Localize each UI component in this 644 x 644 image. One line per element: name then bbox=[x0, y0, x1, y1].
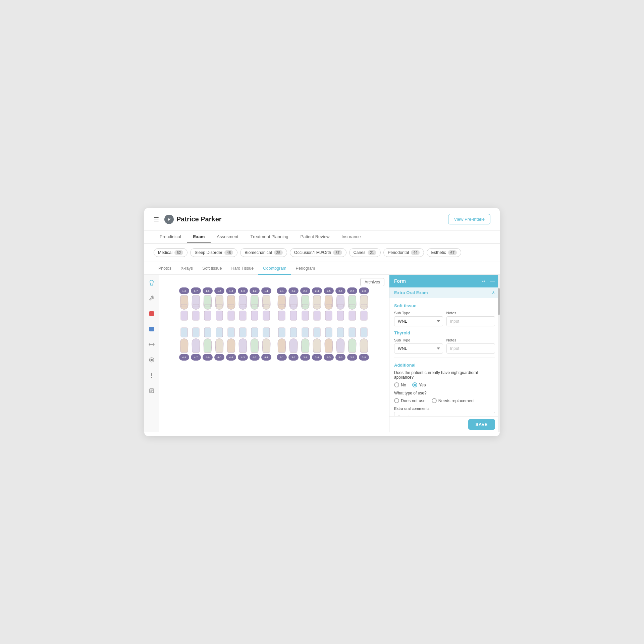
red-square-icon[interactable] bbox=[147, 309, 156, 318]
wrench-icon[interactable] bbox=[147, 293, 156, 303]
lower-tooth-img-3-4[interactable] bbox=[312, 338, 322, 353]
lower-tooth-img-4-7[interactable] bbox=[191, 338, 201, 353]
thyroid-subtype-select[interactable]: WNL bbox=[394, 343, 443, 354]
extra-oral-comments-textarea[interactable] bbox=[394, 412, 495, 416]
lower-tooth-img-3-3[interactable] bbox=[300, 338, 311, 353]
radio-does-not-use-circle bbox=[394, 398, 399, 403]
svg-rect-29 bbox=[239, 311, 246, 320]
svg-rect-14 bbox=[252, 304, 258, 307]
tooth-label-1-2: 1-2 bbox=[250, 287, 260, 294]
radio-no[interactable]: No bbox=[394, 382, 406, 387]
hamburger-icon[interactable]: ☰ bbox=[154, 216, 159, 223]
category-occlusion[interactable]: Occlusion/TMJ/Orth 87 bbox=[290, 248, 346, 257]
lower-tooth-img-4-1[interactable] bbox=[261, 338, 272, 353]
lower-tooth-img-4-4[interactable] bbox=[226, 338, 236, 353]
lower-tooth-img-3-1[interactable] bbox=[276, 338, 287, 353]
radio-does-not-use[interactable]: Does not use bbox=[394, 398, 426, 403]
pre-intake-button[interactable]: View Pre-Intake bbox=[448, 214, 490, 224]
upper-tooth-img-2-8[interactable] bbox=[359, 295, 369, 310]
lower-tooth-img-3-5[interactable] bbox=[323, 338, 334, 353]
upper-tooth-img-2-1[interactable] bbox=[276, 295, 287, 310]
tab-insurance[interactable]: Insurance bbox=[335, 231, 367, 243]
sub-tab-soft-tissue[interactable]: Soft tissue bbox=[198, 263, 226, 275]
tab-pre-clinical[interactable]: Pre-clinical bbox=[154, 231, 187, 243]
upper-tooth-img-1-5[interactable] bbox=[214, 295, 225, 310]
category-esthetic[interactable]: Esthetic 67 bbox=[427, 248, 461, 257]
tab-patient-review[interactable]: Patient Review bbox=[294, 231, 336, 243]
svg-rect-55 bbox=[361, 328, 367, 337]
upper-tooth-img-1-2[interactable] bbox=[249, 295, 260, 310]
lower-tooth-img-3-7[interactable] bbox=[347, 338, 358, 353]
tooth-label-3-4: 3-4 bbox=[312, 354, 322, 361]
upper-tooth-img-2-5[interactable] bbox=[323, 295, 334, 310]
note-icon[interactable] bbox=[147, 386, 156, 395]
tab-treatment-planning[interactable]: Treatment Planning bbox=[245, 231, 294, 243]
tab-exam[interactable]: Exam bbox=[187, 231, 211, 243]
sub-tab-hard-tissue[interactable]: Hard Tissue bbox=[226, 263, 258, 275]
svg-rect-48 bbox=[278, 328, 285, 337]
lower-tooth-img-4-6[interactable] bbox=[202, 338, 213, 353]
lower-tooth-img-3-2[interactable] bbox=[288, 338, 299, 353]
upper-tooth-img-1-7[interactable] bbox=[191, 295, 201, 310]
svg-rect-32 bbox=[278, 311, 285, 320]
svg-rect-22 bbox=[349, 304, 355, 307]
upper-tooth-img-2-4[interactable] bbox=[312, 295, 322, 310]
circle-dot-icon[interactable] bbox=[147, 355, 156, 365]
upper-tooth-img-2-7[interactable] bbox=[347, 295, 358, 310]
tooth-label-1-5: 1-5 bbox=[214, 287, 224, 294]
minimize-icon[interactable]: — bbox=[490, 278, 495, 284]
expand-icon[interactable]: ↔ bbox=[481, 278, 486, 284]
upper-tooth-img-2-6[interactable] bbox=[335, 295, 346, 310]
sub-tab-periogram[interactable]: Periogram bbox=[291, 263, 320, 275]
lower-tooth-img-4-8[interactable] bbox=[179, 338, 190, 353]
category-periodontal[interactable]: Periodontal 44 bbox=[383, 248, 424, 257]
upper-root-2-6 bbox=[335, 310, 346, 321]
tab-assesment[interactable]: Assesment bbox=[211, 231, 244, 243]
form-body: Soft tissue Sub Type WNL Notes Thyroid bbox=[389, 298, 500, 416]
sub-tab-odontogram[interactable]: Odontogram bbox=[258, 263, 291, 275]
upper-root-1-5 bbox=[214, 310, 225, 321]
tooth-label-4-1: 4-1 bbox=[261, 354, 271, 361]
category-biomechanical[interactable]: Biomechanical 25 bbox=[240, 248, 287, 257]
upper-root-1-3 bbox=[237, 310, 248, 321]
upper-tooth-img-1-1[interactable] bbox=[261, 295, 272, 310]
sub-tab-photos[interactable]: Photos bbox=[154, 263, 176, 275]
save-button[interactable]: SAVE bbox=[468, 419, 495, 430]
lower-root-4-4 bbox=[226, 327, 236, 338]
lower-tooth-img-4-2[interactable] bbox=[249, 338, 260, 353]
svg-rect-41 bbox=[193, 328, 199, 337]
form-scrollbar-thumb[interactable] bbox=[498, 288, 500, 315]
lower-tooth-img-4-3[interactable] bbox=[237, 338, 248, 353]
upper-tooth-img-2-2[interactable] bbox=[288, 295, 299, 310]
form-section-title[interactable]: Extra Oral Exam ∧ bbox=[389, 287, 500, 298]
svg-rect-23 bbox=[361, 304, 367, 307]
upper-tooth-img-1-6[interactable] bbox=[202, 295, 213, 310]
thyroid-row: Sub Type WNL Notes bbox=[394, 338, 495, 354]
radio-needs-replacement[interactable]: Needs replacement bbox=[432, 398, 475, 403]
category-medical[interactable]: Medical 62 bbox=[154, 248, 187, 257]
lower-tooth-img-3-6[interactable] bbox=[335, 338, 346, 353]
upper-tooth-img-1-4[interactable] bbox=[226, 295, 236, 310]
thyroid-notes-input[interactable] bbox=[446, 343, 495, 354]
lower-tooth-img-3-8[interactable] bbox=[359, 338, 369, 353]
thyroid-subtype-col: Sub Type WNL bbox=[394, 338, 443, 354]
radio-yes[interactable]: Yes bbox=[412, 382, 426, 387]
tooth-icon[interactable] bbox=[147, 278, 156, 287]
exclamation-icon[interactable] bbox=[147, 371, 156, 380]
upper-teeth-row2 bbox=[164, 310, 384, 321]
lower-root-3-4 bbox=[312, 327, 322, 338]
category-caries[interactable]: Caries 21 bbox=[349, 248, 381, 257]
sub-tab-xrays[interactable]: X-rays bbox=[176, 263, 198, 275]
lower-tooth-img-4-5[interactable] bbox=[214, 338, 225, 353]
category-sleep-disorder[interactable]: Sleep Disorder 48 bbox=[190, 248, 237, 257]
upper-tooth-img-1-3[interactable] bbox=[237, 295, 248, 310]
upper-tooth-img-1-8[interactable] bbox=[179, 295, 190, 310]
form-footer: SAVE bbox=[389, 416, 500, 432]
soft-tissue-subtype-select[interactable]: WNL bbox=[394, 316, 443, 326]
arrows-icon[interactable] bbox=[147, 340, 156, 349]
archives-button[interactable]: Archives bbox=[360, 278, 384, 286]
blue-square-icon[interactable] bbox=[147, 324, 156, 334]
soft-tissue-notes-input[interactable] bbox=[446, 316, 495, 326]
svg-rect-12 bbox=[228, 304, 234, 307]
upper-tooth-img-2-3[interactable] bbox=[300, 295, 311, 310]
